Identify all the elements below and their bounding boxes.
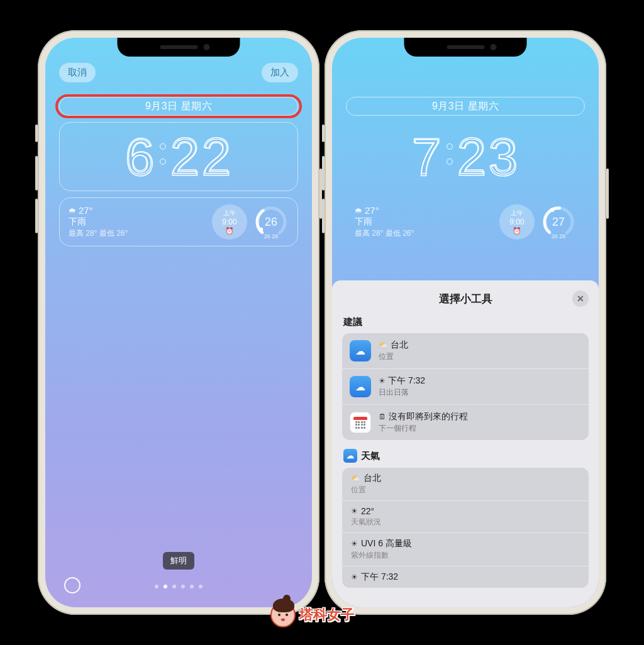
temperature-ring-widget[interactable]: 27 26 28	[541, 204, 576, 240]
date-widget-slot[interactable]: 9月3日 星期六	[59, 97, 298, 116]
volume-down-button	[35, 199, 38, 233]
row-subtitle: 天氣狀況	[351, 517, 381, 527]
cancel-button[interactable]: 取消	[59, 63, 96, 82]
clock-colon-icon	[160, 143, 166, 165]
alarm-ampm: 上午	[223, 209, 236, 218]
phone-mockup-left: 取消 加入 9月3日 星期六 6 2 2 🌧27° 下雨 最高 28° 最低 2…	[38, 30, 319, 615]
ring-range: 26 28	[552, 233, 566, 240]
clock-digit: 3	[488, 126, 519, 188]
weather-app-icon: ☁	[350, 376, 371, 397]
rain-icon: 🌧	[69, 206, 76, 215]
wallpaper-style-chip[interactable]: 鮮明	[163, 552, 194, 570]
speaker-grille	[160, 45, 197, 49]
add-button[interactable]: 加入	[262, 63, 298, 82]
clock-colon-icon	[447, 143, 453, 165]
color-picker-button[interactable]	[64, 577, 80, 593]
weather-widget[interactable]: 🌧27° 下雨 最高 28° 最低 26°	[69, 205, 206, 239]
sun-icon: ☀	[351, 539, 358, 548]
page-dots[interactable]	[155, 585, 203, 588]
volume-up-button	[322, 156, 325, 190]
widget-suggestion-row[interactable]: 🗓沒有即將到來的行程 下一個行程	[342, 405, 589, 440]
clock-digit: 2	[201, 126, 233, 188]
clock-digit: 6	[125, 126, 156, 188]
alarm-clock-icon: ⏰	[225, 227, 234, 235]
widget-option-row[interactable]: ☀UVI 6 高量級 紫外線指數	[342, 533, 589, 566]
row-subtitle: 位置	[351, 485, 381, 495]
partly-cloudy-icon: ⛅	[379, 341, 388, 350]
row-title: 沒有即將到來的行程	[389, 411, 468, 422]
calendar-app-icon	[350, 412, 371, 433]
mute-switch	[35, 124, 38, 142]
clock-digit: 7	[411, 126, 443, 188]
editor-topbar: 取消 加入	[45, 63, 312, 82]
row-subtitle: 日出日落	[379, 387, 425, 398]
temperature-ring-widget[interactable]: 26 26 28	[253, 204, 289, 240]
svg-point-2	[259, 228, 263, 231]
row-subtitle: 位置	[379, 351, 408, 362]
row-title: 22°	[361, 506, 374, 516]
volume-down-button	[322, 199, 325, 233]
widget-option-row[interactable]: ☀下午 7:32	[342, 566, 589, 588]
alarm-clock-icon: ⏰	[513, 227, 521, 235]
front-camera-icon	[204, 44, 210, 50]
row-title: UVI 6 高量級	[361, 538, 412, 549]
alarm-time: 9:00	[509, 218, 524, 226]
widget-suggestion-row[interactable]: ☁ ☀下午 7:32 日出日落	[342, 369, 589, 405]
clock-time: 6 2 2	[125, 126, 233, 188]
weather-app-icon: ☁	[343, 449, 357, 463]
date-widget-slot[interactable]: 9月3日 星期六	[346, 97, 585, 116]
notch	[118, 38, 240, 57]
alarm-time: 9:00	[222, 218, 236, 226]
power-button	[606, 168, 609, 219]
sheet-title: 選擇小工具 ✕	[342, 292, 589, 306]
weather-temp: 27°	[79, 205, 93, 216]
weather-hilo: 最高 28° 最低 26°	[69, 228, 206, 239]
clock-widget-slot[interactable]: 6 2 2	[59, 122, 298, 191]
svg-point-5	[550, 208, 554, 212]
close-icon: ✕	[577, 294, 584, 304]
sun-icon: ☀	[351, 507, 358, 515]
volume-up-button	[35, 156, 38, 190]
watermark: 塔科女子	[270, 602, 355, 627]
widget-option-row[interactable]: ☀22° 天氣狀況	[342, 501, 589, 533]
weather-app-icon: ☁	[350, 340, 371, 361]
weather-condition: 下雨	[355, 216, 493, 228]
widget-option-row[interactable]: ⛅台北 位置	[342, 468, 589, 501]
alarm-ampm: 上午	[511, 209, 523, 218]
row-subtitle: 紫外線指數	[351, 550, 412, 561]
phone-mockup-right: 9月3日 星期六 7 2 3 🌧27° 下雨 最高 28° 最低 26° 上午 …	[325, 30, 606, 615]
weather-widget[interactable]: 🌧27° 下雨 最高 28° 最低 26°	[355, 205, 493, 239]
alarm-widget[interactable]: 上午 9:00 ⏰	[212, 204, 247, 240]
close-button[interactable]: ✕	[572, 290, 589, 307]
widget-suggestion-row[interactable]: ☁ ⛅台北 位置	[342, 333, 589, 369]
row-subtitle: 下一個行程	[379, 423, 468, 434]
partly-cloudy-icon: ⛅	[351, 474, 360, 483]
section-header-suggestions: 建議	[343, 316, 587, 328]
row-title: 下午 7:32	[361, 571, 398, 583]
lockscreen-editor: 取消 加入 9月3日 星期六 6 2 2 🌧27° 下雨 最高 28° 最低 2…	[45, 38, 312, 607]
front-camera-icon	[491, 44, 497, 50]
sunset-icon: ☀	[351, 573, 358, 582]
row-title: 台北	[364, 473, 381, 484]
widget-picker-sheet: 選擇小工具 ✕ 建議 ☁ ⛅台北 位置 ☁ ☀下午 7:32	[332, 280, 599, 607]
sunset-icon: ☀	[379, 377, 386, 385]
widgets-slot[interactable]: 🌧27° 下雨 最高 28° 最低 26° 上午 9:00 ⏰ 26 26 28	[59, 197, 298, 246]
mute-switch	[322, 124, 325, 142]
row-title: 台北	[391, 339, 408, 351]
suggestions-card: ☁ ⛅台北 位置 ☁ ☀下午 7:32 日出日落	[342, 333, 589, 440]
clock-widget-slot[interactable]: 7 2 3	[346, 122, 585, 191]
calendar-icon: 🗓	[379, 412, 386, 421]
clock-time: 7 2 3	[411, 126, 519, 188]
weather-widgets-card: ⛅台北 位置 ☀22° 天氣狀況 ☀UVI 6 高量級 紫外線指數	[342, 468, 589, 588]
weather-condition: 下雨	[69, 216, 206, 228]
alarm-widget[interactable]: 上午 9:00 ⏰	[499, 204, 535, 240]
clock-digit: 2	[457, 126, 488, 188]
ring-range: 26 28	[264, 233, 279, 240]
widgets-slot[interactable]: 🌧27° 下雨 最高 28° 最低 26° 上午 9:00 ⏰ 27 26 28	[346, 197, 585, 246]
speaker-grille	[447, 45, 484, 49]
weather-temp: 27°	[365, 205, 379, 216]
clock-digit: 2	[170, 126, 201, 188]
weather-hilo: 最高 28° 最低 26°	[355, 228, 493, 239]
watermark-avatar-icon	[270, 602, 296, 627]
watermark-text: 塔科女子	[299, 605, 355, 624]
